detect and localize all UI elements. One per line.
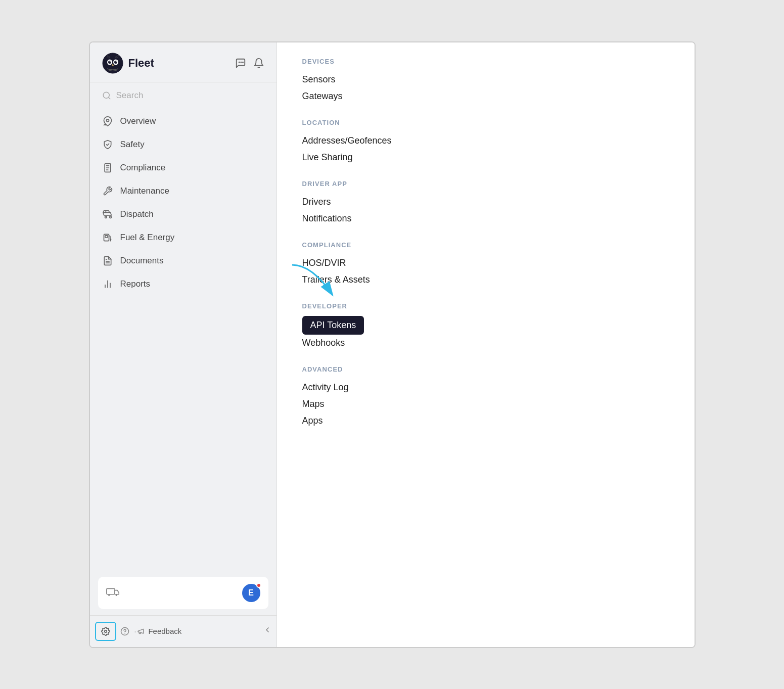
svg-point-5	[109, 61, 110, 62]
submenu-section-title-developer: DEVELOPER	[302, 302, 669, 310]
submenu-section-developer: DEVELOPERAPI TokensWebhooks	[302, 302, 669, 351]
document-icon	[102, 255, 113, 266]
shield-icon	[102, 139, 113, 150]
truck-icon	[106, 586, 119, 599]
svg-point-0	[103, 53, 123, 73]
sidebar-item-documents-label: Documents	[120, 256, 164, 266]
submenu-section-devices: DEVICESSensorsGateways	[302, 58, 669, 105]
sidebar: Fleet	[90, 42, 277, 647]
submenu-link-webhooks[interactable]: Webhooks	[302, 335, 669, 351]
submenu-link-api-tokens[interactable]: API Tokens	[302, 316, 364, 335]
sidebar-item-overview[interactable]: Overview	[90, 110, 276, 133]
app-title: Fleet	[128, 57, 154, 70]
feedback-label: Feedback	[148, 627, 181, 635]
submenu-link-drivers[interactable]: Drivers	[302, 194, 669, 210]
search-row[interactable]: Search	[90, 82, 276, 106]
clipboard-icon	[102, 162, 113, 173]
svg-point-4	[114, 61, 117, 64]
submenu-sections: DEVICESSensorsGatewaysLOCATIONAddresses/…	[302, 58, 669, 429]
submenu-link-activity-log[interactable]: Activity Log	[302, 379, 669, 396]
avatar-badge	[256, 583, 261, 588]
submenu-link-maps[interactable]: Maps	[302, 396, 669, 412]
svg-point-22	[109, 216, 111, 218]
submenu-section-compliance: COMPLIANCEHOS/DVIRTrailers & Assets	[302, 241, 669, 288]
svg-rect-33	[106, 588, 114, 594]
app-window: Fleet	[89, 41, 696, 648]
svg-point-6	[115, 61, 116, 62]
sidebar-item-dispatch-label: Dispatch	[120, 209, 154, 219]
map-pin-icon	[102, 116, 113, 127]
bell-icon	[253, 58, 264, 69]
sidebar-item-overview-label: Overview	[120, 116, 156, 126]
svg-line-14	[108, 97, 110, 99]
logo-area: Fleet	[102, 53, 154, 74]
help-circle-icon	[120, 627, 129, 636]
sidebar-item-fuel[interactable]: Fuel & Energy	[90, 226, 276, 249]
sidebar-item-compliance[interactable]: Compliance	[90, 156, 276, 179]
submenu-link-apps[interactable]: Apps	[302, 412, 669, 429]
submenu-link-live-sharing[interactable]: Live Sharing	[302, 149, 669, 166]
chat-icon	[235, 58, 246, 69]
svg-point-21	[105, 216, 107, 218]
sidebar-item-dispatch[interactable]: Dispatch	[90, 203, 276, 226]
submenu-link-trailers[interactable]: Trailers & Assets	[302, 271, 669, 288]
chevron-left-icon	[263, 626, 271, 634]
svg-point-36	[104, 630, 107, 632]
wrench-icon	[102, 186, 113, 197]
bell-button[interactable]	[253, 58, 264, 69]
sidebar-item-maintenance[interactable]: Maintenance	[90, 179, 276, 203]
sidebar-item-reports[interactable]: Reports	[90, 272, 276, 296]
sidebar-item-safety-label: Safety	[120, 140, 145, 150]
submenu-link-sensors[interactable]: Sensors	[302, 71, 669, 88]
submenu-link-gateways[interactable]: Gateways	[302, 88, 669, 105]
submenu-section-title-devices: DEVICES	[302, 58, 669, 65]
submenu-section-driver-app: DRIVER APPDriversNotifications	[302, 180, 669, 227]
sidebar-footer: · Feedback	[90, 615, 276, 647]
search-icon	[102, 91, 111, 100]
help-button[interactable]	[116, 623, 133, 640]
submenu-section-title-driver-app: DRIVER APP	[302, 180, 669, 188]
sidebar-header: Fleet	[90, 42, 276, 82]
gear-icon	[101, 627, 110, 636]
chat-button[interactable]	[235, 58, 246, 69]
fleet-logo-icon	[102, 53, 123, 74]
svg-point-15	[106, 119, 109, 121]
sidebar-bottom: E	[90, 569, 276, 609]
svg-point-35	[115, 594, 117, 596]
submenu-section-title-location: LOCATION	[302, 119, 669, 126]
submenu-link-addresses[interactable]: Addresses/Geofences	[302, 132, 669, 149]
svg-point-34	[108, 594, 110, 596]
sidebar-item-fuel-label: Fuel & Energy	[120, 233, 175, 243]
megaphone-icon	[137, 627, 145, 635]
main-content: DEVICESSensorsGatewaysLOCATIONAddresses/…	[277, 42, 695, 647]
settings-button[interactable]	[95, 622, 116, 641]
submenu-link-notifications[interactable]: Notifications	[302, 210, 669, 227]
dispatch-icon	[102, 209, 113, 220]
sidebar-item-reports-label: Reports	[120, 279, 151, 289]
submenu-section-title-compliance: COMPLIANCE	[302, 241, 669, 249]
fuel-icon	[102, 232, 113, 243]
nav-items: Overview Safety	[90, 106, 276, 569]
submenu-section-title-advanced: ADVANCED	[302, 365, 669, 373]
submenu-section-advanced: ADVANCEDActivity LogMapsApps	[302, 365, 669, 429]
sidebar-item-compliance-label: Compliance	[120, 163, 166, 173]
svg-rect-25	[105, 235, 108, 237]
sidebar-item-maintenance-label: Maintenance	[120, 186, 169, 196]
reports-icon	[102, 279, 113, 290]
collapse-button[interactable]	[263, 626, 271, 636]
search-label: Search	[116, 90, 144, 101]
header-icons	[235, 58, 264, 69]
svg-point-3	[108, 61, 111, 64]
bottom-card: E	[98, 577, 268, 609]
sidebar-item-safety[interactable]: Safety	[90, 133, 276, 156]
feedback-area[interactable]: Feedback	[137, 627, 181, 635]
submenu-link-hos-dvir[interactable]: HOS/DVIR	[302, 255, 669, 271]
avatar-wrap: E	[242, 584, 260, 602]
sidebar-item-documents[interactable]: Documents	[90, 249, 276, 272]
dot-separator: ·	[134, 627, 136, 635]
submenu-section-location: LOCATIONAddresses/GeofencesLive Sharing	[302, 119, 669, 166]
